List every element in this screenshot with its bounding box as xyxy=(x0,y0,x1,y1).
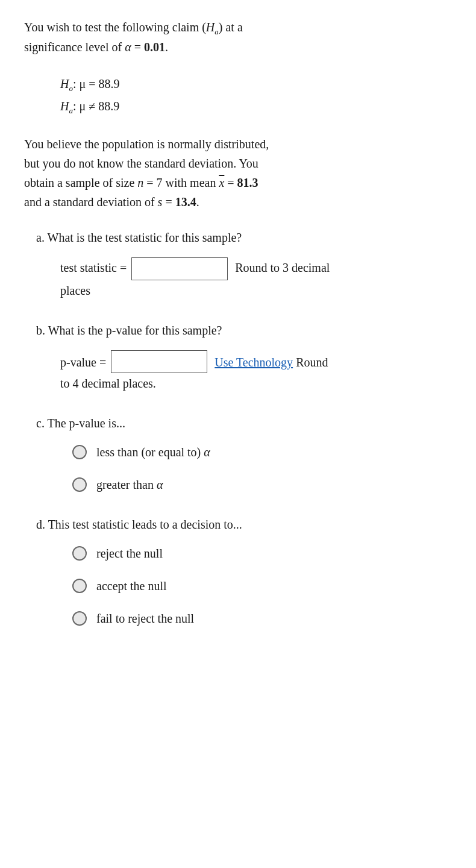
question-d-text: d. This test statistic leads to a decisi… xyxy=(36,518,242,531)
question-a-label: a. What is the test statistic for this s… xyxy=(36,228,452,247)
radio-circle-accept[interactable] xyxy=(72,579,87,593)
desc-line3: obtain a sample of size n = 7 with mean … xyxy=(24,176,258,189)
p-value-row: p-value = Use Technology Round xyxy=(60,350,452,373)
question-d-label: d. This test statistic leads to a decisi… xyxy=(36,515,452,533)
question-b-text: b. What is the p-value for this sample? xyxy=(36,324,222,337)
option-accept-null[interactable]: accept the null xyxy=(72,577,452,595)
option-greater-than[interactable]: greater than α xyxy=(72,476,452,494)
option-reject-null[interactable]: reject the null xyxy=(72,544,452,562)
test-statistic-input[interactable] xyxy=(131,257,228,280)
intro-paragraph: You wish to test the following claim (Ha… xyxy=(24,18,452,56)
option-accept-null-label: accept the null xyxy=(96,577,167,595)
option-fail-to-reject-label: fail to reject the null xyxy=(96,609,194,627)
use-technology-link[interactable]: Use Technology xyxy=(215,356,293,369)
radio-circle-fail[interactable] xyxy=(72,611,87,626)
p-value-label: p-value = xyxy=(60,352,106,371)
h0-equation: : μ = 88.9 xyxy=(73,77,120,90)
test-statistic-label: test statistic = xyxy=(60,257,127,277)
hypotheses-block: Ho: μ = 88.9 Ha: μ ≠ 88.9 xyxy=(60,73,452,118)
question-c-options: less than (or equal to) α greater than α xyxy=(72,443,452,494)
radio-circle-less-than[interactable] xyxy=(72,445,87,459)
question-c-section: c. The p-value is... less than (or equal… xyxy=(24,414,452,494)
ha-line: Ha: μ ≠ 88.9 xyxy=(60,95,452,118)
radio-circle-reject[interactable] xyxy=(72,546,87,561)
significance-text: significance level of α = 0.01. xyxy=(24,40,168,54)
ha-symbol: Ha xyxy=(206,20,219,34)
p-value-decimal-note: to 4 decimal places. xyxy=(60,374,452,392)
test-statistic-row: test statistic = Round to 3 decimal xyxy=(60,257,452,280)
test-statistic-places: places xyxy=(60,281,452,300)
question-c-text: c. The p-value is... xyxy=(36,417,125,430)
radio-circle-greater-than[interactable] xyxy=(72,477,87,492)
option-less-than[interactable]: less than (or equal to) α xyxy=(72,443,452,461)
option-fail-to-reject[interactable]: fail to reject the null xyxy=(72,609,452,627)
desc-line4: and a standard deviation of s = 13.4. xyxy=(24,195,199,209)
test-statistic-note: Round to 3 decimal xyxy=(235,257,330,277)
desc-line2: but you do not know the standard deviati… xyxy=(24,157,258,170)
h0-line: Ho: μ = 88.9 xyxy=(60,73,452,95)
ha-h: H xyxy=(206,20,215,34)
question-d-section: d. This test statistic leads to a decisi… xyxy=(24,515,452,627)
ha-equation: : μ ≠ 88.9 xyxy=(73,99,119,113)
p-value-note: Use Technology Round xyxy=(215,352,328,371)
option-greater-than-label: greater than α xyxy=(96,476,163,494)
intro-text-start: You wish to test the following claim ( xyxy=(24,20,206,34)
desc-line1: You believe the population is normally d… xyxy=(24,137,269,151)
description-paragraph: You believe the population is normally d… xyxy=(24,134,452,212)
intro-text-end: ) at a xyxy=(219,20,243,34)
h0-symbol: Ho xyxy=(60,77,73,90)
question-b-section: b. What is the p-value for this sample? … xyxy=(24,321,452,392)
ha-symbol2: Ha xyxy=(60,99,73,113)
option-less-than-label: less than (or equal to) α xyxy=(96,443,210,461)
question-d-options: reject the null accept the null fail to … xyxy=(72,544,452,627)
question-c-label: c. The p-value is... xyxy=(36,414,452,432)
question-a-section: a. What is the test statistic for this s… xyxy=(24,228,452,300)
question-b-label: b. What is the p-value for this sample? xyxy=(36,321,452,339)
question-a-text: a. What is the test statistic for this s… xyxy=(36,231,242,244)
p-value-input[interactable] xyxy=(111,350,207,373)
option-reject-null-label: reject the null xyxy=(96,544,163,562)
